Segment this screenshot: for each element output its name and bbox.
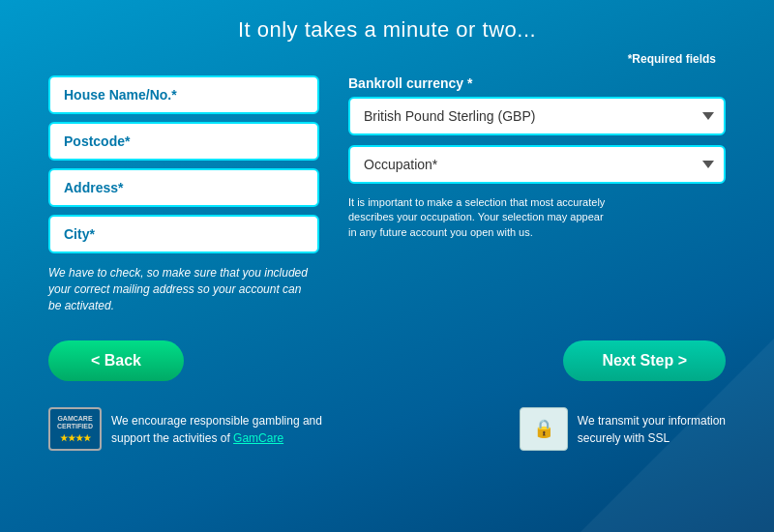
footer: GAMCARE CERTIFIED ★★★★ We encourage resp… <box>0 393 774 451</box>
address-input[interactable] <box>48 168 319 207</box>
occupation-select-wrapper: Occupation* <box>348 145 726 184</box>
page-title: It only takes a minute or two... <box>0 0 774 52</box>
ssl-description: We transmit your information securely wi… <box>578 412 726 447</box>
postcode-input[interactable] <box>48 122 319 161</box>
gamcare-footer-text1: We encourage responsible gambling and <box>111 412 322 429</box>
gamcare-stars: ★★★★ <box>60 433 91 444</box>
ssl-section: 🔒 We transmit your information securely … <box>520 407 726 451</box>
ssl-text2: securely with SSL <box>578 429 726 447</box>
back-button[interactable]: < Back <box>48 340 184 381</box>
bankroll-label: Bankroll currency * <box>348 75 726 91</box>
address-note: We have to check, so make sure that you … <box>48 265 310 313</box>
city-input[interactable] <box>48 215 319 253</box>
gamcare-text1: GAMCARE <box>57 415 92 423</box>
gamcare-text2: CERTIFIED <box>57 423 93 430</box>
ssl-lock-icon: 🔒 <box>533 419 554 440</box>
gamcare-description: We encourage responsible gambling and su… <box>111 412 322 447</box>
currency-select[interactable]: British Pound Sterling (GBP) <box>348 97 726 135</box>
ssl-badge: 🔒 <box>520 407 568 451</box>
form-container: We have to check, so make sure that you … <box>0 75 774 313</box>
occupation-note: It is important to make a selection that… <box>348 195 610 240</box>
right-column: Bankroll currency * British Pound Sterli… <box>348 75 726 313</box>
occupation-select[interactable]: Occupation* <box>348 145 726 184</box>
required-fields-note: *Required fields <box>0 52 774 66</box>
gamcare-section: GAMCARE CERTIFIED ★★★★ We encourage resp… <box>48 407 322 451</box>
buttons-row: < Back Next Step > <box>0 323 774 381</box>
next-step-button[interactable]: Next Step > <box>563 340 726 381</box>
gamcare-link[interactable]: GamCare <box>233 431 283 445</box>
house-name-input[interactable] <box>48 75 319 114</box>
left-column: We have to check, so make sure that you … <box>48 75 319 313</box>
ssl-text1: We transmit your information <box>578 412 726 429</box>
currency-select-wrapper: British Pound Sterling (GBP) <box>348 97 726 135</box>
gamcare-footer-text2: support the activities of GamCare <box>111 429 322 447</box>
gamcare-badge: GAMCARE CERTIFIED ★★★★ <box>48 407 102 451</box>
